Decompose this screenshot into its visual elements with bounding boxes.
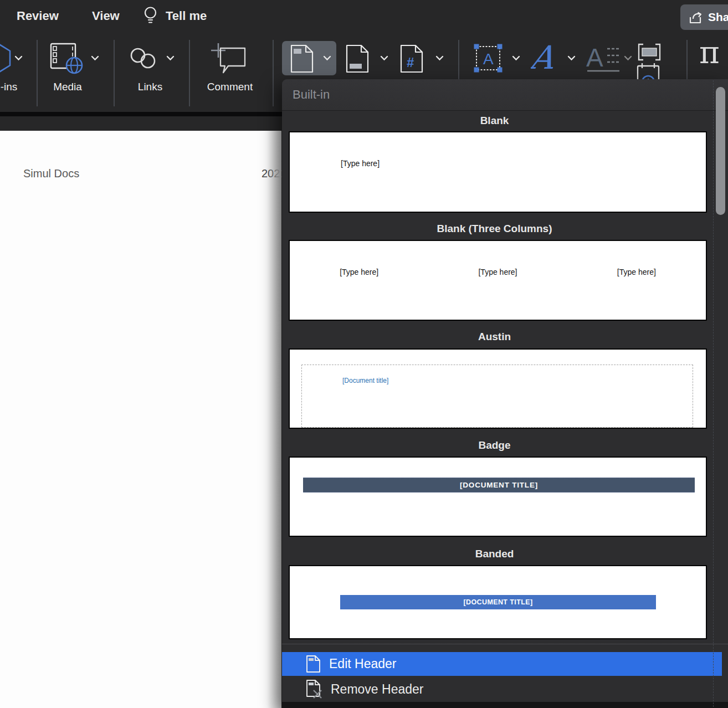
page-number-icon[interactable]: # — [400, 44, 423, 73]
header-gallery-menu: Built-in Blank [Type here] Blank (Three … — [282, 79, 728, 708]
menu-separator — [282, 644, 728, 644]
gallery-label: Banded — [282, 548, 707, 560]
field-icon[interactable] — [637, 43, 662, 61]
share-label: Sha — [708, 11, 728, 24]
comment-icon[interactable] — [209, 41, 248, 75]
document-title-text: [Document title] — [342, 377, 388, 384]
placeholder-text: [Type here] — [290, 268, 428, 276]
ribbon-divider — [114, 40, 115, 106]
tab-review[interactable]: Review — [17, 9, 59, 23]
media-chevron-icon[interactable] — [91, 55, 99, 61]
remove-header-icon — [306, 679, 322, 699]
drop-cap-icon[interactable]: A — [585, 43, 622, 74]
header-button-selected[interactable] — [282, 41, 336, 75]
document-title-text: [DOCUMENT TITLE] — [463, 598, 532, 606]
links-label[interactable]: Links — [124, 81, 177, 93]
svg-text:A: A — [586, 43, 603, 72]
tab-view[interactable]: View — [92, 9, 120, 23]
text-box-icon[interactable]: A — [471, 42, 505, 75]
scrollbar-track[interactable] — [713, 80, 726, 707]
menu-item-edit-header[interactable]: Edit Header — [282, 652, 722, 676]
gallery-label: Blank — [282, 115, 707, 127]
footer-chevron-icon[interactable] — [380, 55, 388, 61]
gallery-preview: [Type here] [Type here] [Type here] — [289, 240, 707, 321]
menu-section-title: Built-in — [282, 79, 728, 111]
share-icon — [688, 10, 703, 25]
gallery-label: Blank (Three Columns) — [282, 223, 707, 235]
gallery-label: Austin — [282, 331, 707, 343]
word-art-chevron-icon[interactable] — [567, 55, 576, 61]
drop-cap-chevron-icon[interactable] — [624, 55, 632, 61]
placeholder-text: [Type here] — [428, 268, 567, 276]
lightbulb-icon — [143, 6, 158, 27]
footer-icon[interactable] — [346, 44, 369, 73]
gallery-label: Badge — [282, 439, 707, 452]
menu-bottom-strip — [282, 702, 728, 708]
gallery-preview: [Document title] — [289, 348, 707, 429]
ribbon-divider — [273, 40, 274, 106]
document-page: Simul Docs 2021 — [0, 131, 281, 708]
media-label[interactable]: Media — [41, 81, 94, 93]
comment-label[interactable]: Comment — [203, 81, 257, 93]
ribbon-divider — [189, 40, 190, 106]
placeholder-text: [Type here] — [567, 268, 706, 276]
links-icon[interactable] — [126, 44, 161, 73]
word-art-icon[interactable]: A — [531, 40, 563, 75]
badge-title-bar: [DOCUMENT TITLE] — [303, 478, 695, 492]
gallery-preview: [DOCUMENT TITLE] — [289, 456, 707, 537]
share-button[interactable]: Sha — [680, 4, 728, 30]
ribbon-divider — [37, 40, 38, 106]
tell-me-control[interactable]: Tell me — [143, 6, 207, 27]
banded-title-bar: [DOCUMENT TITLE] — [340, 595, 656, 609]
media-icon[interactable] — [50, 42, 85, 75]
svg-text:#: # — [407, 55, 414, 70]
tell-me-label: Tell me — [166, 9, 207, 23]
equation-pi-icon[interactable]: π — [699, 34, 720, 70]
menu-item-remove-header[interactable]: Remove Header — [282, 676, 722, 702]
scrollbar-thumb[interactable] — [716, 87, 725, 215]
add-ins-chevron-icon[interactable] — [14, 55, 23, 61]
add-ins-label[interactable]: -ins — [0, 81, 25, 93]
edit-header-icon — [306, 655, 321, 673]
gallery-preview: [DOCUMENT TITLE] — [289, 565, 707, 639]
svg-text:A: A — [483, 50, 494, 68]
austin-title-frame: [Document title] — [301, 365, 693, 428]
menu-item-label: Edit Header — [329, 656, 396, 671]
add-ins-hexagon-icon[interactable] — [0, 42, 12, 74]
text-box-chevron-icon[interactable] — [512, 55, 520, 61]
svg-text:A: A — [531, 40, 557, 75]
page-number-chevron-icon[interactable] — [435, 55, 444, 61]
header-chevron-icon — [323, 55, 331, 61]
header-page-icon — [290, 44, 314, 73]
placeholder-text: [Type here] — [341, 159, 380, 168]
word-window: Review View Tell me Sha -ins — [0, 0, 728, 708]
document-title-text: [DOCUMENT TITLE] — [460, 481, 538, 489]
links-chevron-icon[interactable] — [166, 55, 175, 61]
gallery-preview: [Type here] — [289, 131, 707, 213]
doc-header-left-text: Simul Docs — [23, 167, 79, 180]
menu-item-label: Remove Header — [331, 682, 423, 697]
